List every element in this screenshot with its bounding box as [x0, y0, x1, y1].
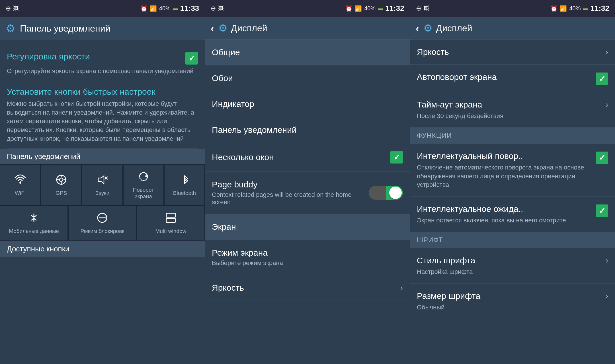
panel1-scroll[interactable]: Регулировка яркости Отрегулируйте яркост… — [0, 40, 205, 364]
back-button-2[interactable]: ‹ — [211, 23, 214, 34]
page-buddy-toggle[interactable] — [369, 186, 403, 200]
image-icon-2: 🖼 — [218, 5, 224, 12]
quick-btn-gps[interactable]: GPS — [41, 164, 81, 206]
svg-point-0 — [19, 182, 21, 184]
battery-icon-1: ▬ — [173, 5, 178, 11]
panel2-menu[interactable]: Общие Обои Индикатор Панель уведомлений … — [205, 40, 410, 364]
time-3: 11:32 — [590, 4, 609, 13]
display-panel-2: ‹ ⚙ Дисплей Общие Обои Индикатор Панель … — [205, 17, 410, 364]
brightness-row-p3[interactable]: Яркость › — [410, 40, 615, 65]
menu-item-indicator-title: Индикатор — [212, 99, 254, 109]
image-icon-1: 🖼 — [13, 5, 19, 12]
settings-gear-icon-2: ⚙ — [218, 22, 227, 34]
smart-rotation-row[interactable]: Интеллектуальный повор.. Отключение авто… — [410, 144, 615, 197]
status-right-3: ⏰ 📶 40% ▬ 11:32 — [550, 4, 609, 13]
quick-buttons-setting[interactable]: Установите кнопки быстрых настроек Можно… — [7, 81, 198, 149]
font-style-row[interactable]: Стиль шрифта Настройка шрифта › — [410, 248, 615, 284]
wifi-quick-label: WiFi — [15, 190, 26, 197]
status-left-icons-2: ⊖ 🖼 — [211, 5, 224, 12]
quick-btn-wifi[interactable]: WiFi — [0, 164, 40, 206]
font-size-desc: Обычный — [417, 303, 601, 312]
quick-btn-mobile-data[interactable]: Мобильные данные — [0, 206, 68, 241]
battery-icon-2: ▬ — [378, 5, 383, 11]
bluetooth-quick-label: Bluetooth — [173, 190, 196, 197]
minus-icon-3: ⊖ — [416, 5, 421, 12]
smart-stay-checkbox[interactable] — [596, 204, 608, 217]
sound-quick-label: Звуки — [95, 190, 110, 197]
image-icon-3: 🖼 — [423, 5, 429, 12]
font-size-chevron: › — [606, 291, 608, 300]
menu-item-indicator[interactable]: Индикатор — [205, 91, 410, 117]
menu-item-general[interactable]: Общие — [205, 40, 410, 65]
autorotate-checkbox[interactable] — [596, 73, 608, 85]
settings-gear-icon-3: ⚙ — [423, 22, 432, 34]
menu-item-notif-panel[interactable]: Панель уведомлений — [205, 117, 410, 143]
brightness-title: Регулировка яркости — [7, 51, 182, 62]
autorotate-title: Автоповорот экрана — [417, 71, 591, 82]
menu-item-page-buddy[interactable]: Page buddy Context related pages will be… — [205, 172, 410, 214]
status-bar-panel3: ⊖ 🖼 ⏰ 📶 40% ▬ 11:32 — [410, 0, 615, 17]
smart-rotation-desc: Отключение автоматического поворота экра… — [417, 163, 591, 189]
quick-buttons-grid-bottom: Мобильные данные Режим блокировк — [0, 206, 205, 241]
quick-buttons-grid-top: WiFi GPS — [0, 164, 205, 206]
toggle-off-part — [369, 186, 386, 200]
timeout-row[interactable]: Тайм-аут экрана После 30 секунд бездейст… — [410, 92, 615, 128]
brightness-setting[interactable]: Регулировка яркости Отрегулируйте яркост… — [7, 46, 198, 81]
bluetooth-quick-icon — [178, 173, 191, 188]
mobile-data-quick-label: Мобильные данные — [9, 228, 59, 235]
timeout-title: Тайм-аут экрана — [417, 99, 601, 110]
gps-quick-icon — [55, 173, 67, 188]
block-mode-quick-icon — [96, 212, 108, 226]
rotate-quick-label: Поворот экрана — [126, 187, 161, 200]
menu-item-brightness-p2[interactable]: Яркость › — [205, 275, 410, 301]
menu-item-screen-mode-title: Режим экрана — [212, 248, 268, 257]
quick-btn-bluetooth[interactable]: Bluetooth — [164, 164, 205, 206]
font-size-row[interactable]: Размер шрифта Обычный › — [410, 284, 615, 319]
toggle-knob — [389, 187, 402, 199]
quick-btn-rotate[interactable]: Поворот экрана — [123, 164, 164, 206]
timeout-desc: После 30 секунд бездействия — [417, 112, 601, 121]
notif-panel-label: Панель уведомлений — [7, 152, 80, 161]
menu-item-notif-panel-title: Панель уведомлений — [212, 125, 297, 135]
battery-percent-3: 40% — [569, 5, 581, 12]
rotate-quick-icon — [137, 170, 150, 185]
notification-panel: ⚙ Панель уведомлений Регулировка яркости… — [0, 17, 205, 364]
wifi-icon-1: 📶 — [150, 5, 157, 12]
block-mode-quick-label: Режим блокировк — [80, 228, 124, 235]
quick-btn-multi-window[interactable]: Multi window — [137, 206, 205, 241]
font-style-desc: Настройка шрифта — [417, 268, 601, 276]
menu-item-wallpapers[interactable]: Обои — [205, 65, 410, 91]
alarm-icon-3: ⏰ — [550, 5, 557, 12]
wifi-icon-3: 📶 — [560, 5, 567, 12]
brightness-checkbox[interactable] — [185, 52, 198, 65]
panel3-header: ‹ ⚙ Дисплей — [410, 17, 615, 40]
smart-stay-desc: Экран остается включен, пока вы на него … — [417, 216, 591, 225]
multi-window-quick-label: Multi window — [155, 228, 186, 235]
back-button-3[interactable]: ‹ — [416, 23, 419, 34]
menu-item-page-buddy-title: Page buddy — [212, 180, 257, 189]
multi-windows-checkbox[interactable] — [390, 151, 403, 164]
quick-buttons-desc: Можно выбрать кнопки быстрой настройки, … — [7, 100, 198, 143]
panel3-content[interactable]: Яркость › Автоповорот экрана Тайм-аут эк… — [410, 40, 615, 364]
menu-item-screen-mode[interactable]: Режим экрана Выберите режим экрана — [205, 240, 410, 275]
settings-gear-icon-1: ⚙ — [6, 22, 15, 35]
status-left-icons-3: ⊖ 🖼 — [416, 5, 429, 12]
svg-rect-12 — [166, 218, 175, 222]
wifi-icon-2: 📶 — [355, 5, 362, 12]
autorotate-row[interactable]: Автоповорот экрана — [410, 65, 615, 92]
gps-quick-label: GPS — [56, 190, 67, 197]
quick-btn-block-mode[interactable]: Режим блокировк — [68, 206, 136, 241]
font-section-header: Шрифт — [410, 232, 615, 248]
font-size-title: Размер шрифта — [417, 290, 601, 301]
smart-rotation-checkbox[interactable] — [596, 152, 608, 164]
panel1-header: ⚙ Панель уведомлений — [0, 17, 205, 40]
alarm-icon-1: ⏰ — [140, 5, 147, 12]
menu-item-page-buddy-desc: Context related pages will be created on… — [212, 191, 369, 206]
quick-btn-sound[interactable]: Звуки — [82, 164, 122, 206]
smart-stay-row[interactable]: Интеллектуальное ожида.. Экран остается … — [410, 197, 615, 232]
menu-item-multi-windows[interactable]: Несколько окон — [205, 143, 410, 172]
panel3-title: Дисплей — [436, 23, 472, 34]
svg-rect-11 — [166, 213, 175, 217]
alarm-icon-2: ⏰ — [345, 5, 352, 12]
mobile-data-quick-icon — [28, 212, 40, 226]
